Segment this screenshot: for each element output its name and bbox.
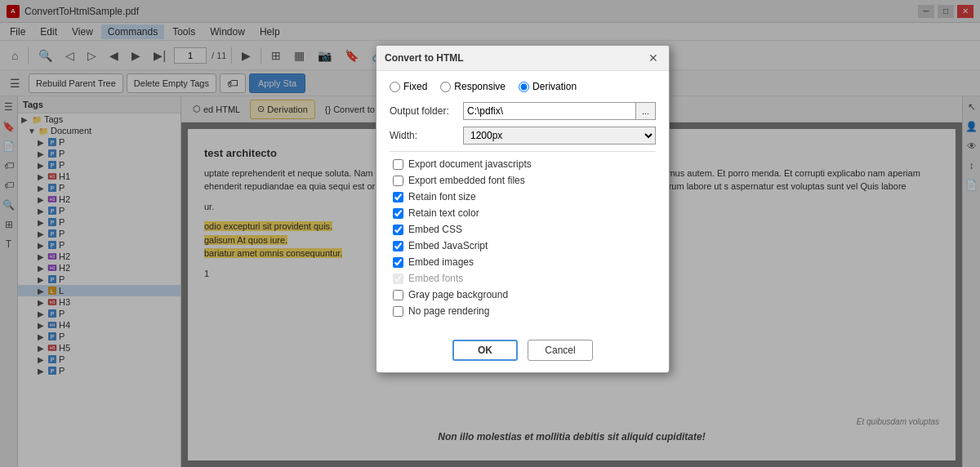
width-row: Width: 1200px bbox=[390, 127, 656, 145]
checkbox-embed-js: Embed JavaScript bbox=[390, 240, 656, 251]
ok-button[interactable]: OK bbox=[452, 340, 518, 361]
radio-group: Fixed Responsive Derivation bbox=[390, 81, 656, 92]
checkbox-export-fonts: Export embedded font files bbox=[390, 175, 656, 186]
checkbox-section: Export document javascripts Export embed… bbox=[390, 158, 656, 317]
browse-button[interactable]: ... bbox=[636, 102, 656, 120]
embed-fonts-checkbox[interactable] bbox=[393, 274, 403, 284]
checkbox-retain-text-color: Retain text color bbox=[390, 207, 656, 219]
output-folder-label: Output folder: bbox=[390, 105, 463, 117]
radio-derivation[interactable]: Derivation bbox=[519, 81, 577, 92]
radio-fixed[interactable]: Fixed bbox=[390, 81, 427, 92]
gray-background-label: Gray page background bbox=[408, 289, 508, 300]
dialog-titlebar: Convert to HTML ✕ bbox=[376, 46, 669, 71]
app-window: A ConvertToHtmlSample.pdf ─ □ ✕ File Edi… bbox=[0, 0, 980, 467]
radio-responsive-input[interactable] bbox=[440, 82, 451, 92]
dialog-title: Convert to HTML bbox=[385, 52, 464, 64]
retain-text-color-checkbox[interactable] bbox=[393, 208, 403, 219]
convert-to-html-dialog: Convert to HTML ✕ Fixed Responsive bbox=[376, 45, 670, 373]
checkbox-retain-font-size: Retain font size bbox=[390, 191, 656, 202]
embed-css-label: Embed CSS bbox=[408, 224, 462, 235]
width-label: Width: bbox=[390, 130, 463, 141]
dialog-separator bbox=[390, 151, 656, 152]
output-folder-row: Output folder: ... bbox=[390, 102, 656, 120]
export-fonts-checkbox[interactable] bbox=[393, 176, 403, 186]
modal-overlay: Convert to HTML ✕ Fixed Responsive bbox=[0, 0, 980, 467]
no-page-rendering-label: No page rendering bbox=[408, 305, 489, 317]
embed-images-label: Embed images bbox=[408, 256, 474, 268]
retain-font-size-checkbox[interactable] bbox=[393, 192, 403, 202]
checkbox-export-js: Export document javascripts bbox=[390, 158, 656, 170]
retain-font-size-label: Retain font size bbox=[408, 191, 476, 202]
radio-derivation-input[interactable] bbox=[519, 82, 529, 92]
export-fonts-label: Export embedded font files bbox=[408, 175, 525, 186]
checkbox-embed-fonts: Embed fonts bbox=[390, 273, 656, 284]
dialog-close-button[interactable]: ✕ bbox=[646, 51, 661, 65]
export-js-label: Export document javascripts bbox=[408, 158, 532, 170]
embed-js-checkbox[interactable] bbox=[393, 241, 403, 251]
output-folder-input[interactable] bbox=[463, 102, 636, 120]
dialog-footer: OK Cancel bbox=[376, 331, 669, 372]
radio-fixed-input[interactable] bbox=[390, 82, 400, 92]
checkbox-no-page-rendering: No page rendering bbox=[390, 305, 656, 317]
radio-responsive[interactable]: Responsive bbox=[440, 81, 506, 92]
no-page-rendering-checkbox[interactable] bbox=[393, 306, 403, 317]
checkbox-embed-css: Embed CSS bbox=[390, 224, 656, 235]
retain-text-color-label: Retain text color bbox=[408, 207, 479, 219]
checkbox-gray-background: Gray page background bbox=[390, 289, 656, 300]
export-js-checkbox[interactable] bbox=[393, 159, 403, 170]
checkbox-embed-images: Embed images bbox=[390, 256, 656, 268]
cancel-button[interactable]: Cancel bbox=[528, 340, 593, 361]
gray-background-checkbox[interactable] bbox=[393, 290, 403, 300]
embed-fonts-label: Embed fonts bbox=[408, 273, 463, 284]
embed-images-checkbox[interactable] bbox=[393, 257, 403, 268]
dialog-body: Fixed Responsive Derivation Output folde… bbox=[376, 71, 669, 331]
width-select[interactable]: 1200px bbox=[463, 127, 656, 145]
embed-css-checkbox[interactable] bbox=[393, 225, 403, 235]
embed-js-label: Embed JavaScript bbox=[408, 240, 488, 251]
